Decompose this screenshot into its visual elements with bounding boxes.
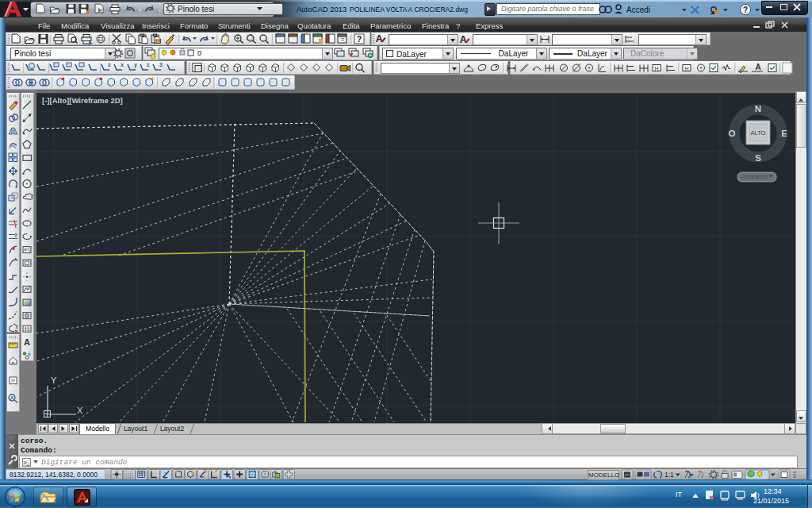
svg-text:z: z [147,62,150,67]
svg-text:O: O [729,129,736,138]
svg-text:Accedi: Accedi [626,6,650,14]
svg-text:?: ? [743,6,748,14]
svg-text:y: y [134,62,137,68]
svg-text:ALTO: ALTO [751,129,766,137]
svg-text:x: x [121,62,124,67]
svg-text:3: 3 [159,62,163,67]
svg-text:?: ? [357,35,362,44]
svg-text:z: z [108,62,111,67]
svg-text:A: A [376,33,383,44]
svg-text:X: X [77,406,83,415]
svg-text:0: 0 [197,49,201,57]
svg-text:A: A [460,34,467,44]
svg-text:A: A [755,63,760,71]
svg-text:Y: Y [51,375,57,385]
svg-text:A: A [10,395,14,401]
svg-text:=: = [341,36,345,43]
svg-text:H: H [684,66,688,71]
svg-text:H: H [654,66,658,71]
svg-text:1:1: 1:1 [665,471,674,479]
svg-text:S: S [755,153,761,163]
svg-text:E: E [781,129,787,138]
svg-text:[-][Alto][Wireframe 2D]: [-][Alto][Wireframe 2D] [42,96,123,105]
svg-text:Anonimo: Anonimo [741,173,768,181]
svg-text:N: N [755,104,761,114]
svg-text:A: A [24,337,30,347]
